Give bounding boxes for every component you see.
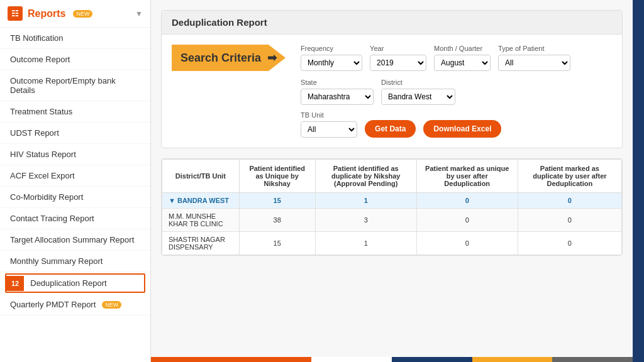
data-table-wrapper: District/TB Unit Patient identified as U… [161, 158, 623, 256]
table-header-row: District/TB Unit Patient identified as U… [162, 160, 622, 193]
search-criteria-arrow: Search Criteria ➡ [172, 45, 286, 71]
deduplication-label: Deduplication Report [24, 275, 113, 292]
top-fields-row: Frequency Monthly Quarterly Yearly Year … [301, 45, 612, 105]
sidebar-item-label: Quarterly PMDT Report [10, 300, 96, 309]
month-quarter-field: Month / Quarter August July June [434, 45, 491, 71]
bottom-bar-yellow [472, 357, 553, 362]
sidebar-item-label: Monthly Summary Report [10, 256, 103, 266]
search-criteria-label: Search Criteria ➡ [172, 45, 286, 71]
sidebar-item-quarterly-pmdt[interactable]: Quarterly PMDT Report NEW [0, 294, 150, 315]
sidebar-item-label: TB Notification [10, 33, 64, 43]
table-body: ▼ BANDRA WEST15100M.M. MUNSHE KHAR TB CL… [162, 193, 622, 255]
frequency-field: Frequency Monthly Quarterly Yearly [301, 45, 362, 71]
sidebar-item-label: Outcome Report [10, 55, 70, 64]
deduplication-badge: 12 [6, 276, 24, 291]
sidebar-item-label: HIV Status Report [10, 150, 76, 159]
col-header-unique: Patient identified as Unique by Nikshay [239, 160, 315, 193]
sidebar-item-target-allocation[interactable]: Target Allocation Summary Report [0, 229, 150, 251]
type-patient-label: Type of Patient [498, 45, 570, 52]
table-row: ▼ BANDRA WEST15100 [162, 193, 622, 209]
col-header-unique-after: Patient marked as unique by user after D… [416, 160, 518, 193]
sidebar-item-label: Outcome Report/Empty bank Details [10, 76, 140, 95]
sidebar-item-label: Contact Tracing Report [10, 214, 94, 223]
frequency-label: Frequency [301, 45, 362, 52]
download-excel-button[interactable]: Download Excel [423, 120, 501, 138]
sidebar-item-outcome-empty[interactable]: Outcome Report/Empty bank Details [0, 70, 150, 101]
sidebar-header: ☷ Reports NEW ▼ [0, 0, 150, 28]
month-quarter-select[interactable]: August July June [434, 55, 491, 71]
search-fields: Frequency Monthly Quarterly Yearly Year … [301, 45, 612, 138]
bottom-bar [151, 357, 633, 362]
district-label: District [381, 79, 455, 86]
district-select[interactable]: Bandra West Andheri [381, 89, 455, 105]
sidebar-item-acf-excel[interactable]: ACF Excel Export [0, 165, 150, 187]
state-select[interactable]: Maharashtra Delhi [301, 89, 374, 105]
col-header-duplicate-after: Patient marked as duplicate by user afte… [518, 160, 621, 193]
frequency-select[interactable]: Monthly Quarterly Yearly [301, 55, 362, 71]
col-header-duplicate: Patient identified as duplicate by Niksh… [315, 160, 416, 193]
month-quarter-label: Month / Quarter [434, 45, 491, 52]
sidebar-item-co-morbidity[interactable]: Co-Morbidity Report [0, 187, 150, 208]
col-header-district: District/TB Unit [162, 160, 240, 193]
report-area: Deduplication Report Search Criteria ➡ F… [151, 0, 633, 357]
new-badge: NEW [73, 10, 92, 18]
bottom-bar-orange [151, 357, 311, 362]
sidebar-item-tb-notification[interactable]: TB Notification [0, 28, 150, 49]
chevron-down-icon[interactable]: ▼ [135, 9, 143, 18]
bottom-bar-gray [552, 357, 633, 362]
reports-icon: ☷ [8, 6, 23, 21]
type-patient-field: Type of Patient All New Retreatment [498, 45, 570, 71]
sidebar-title: Reports [28, 8, 65, 19]
sidebar-item-treatment-status[interactable]: Treatment Status [0, 101, 150, 123]
get-data-button[interactable]: Get Data [365, 120, 416, 138]
report-title: Deduplication Report [162, 11, 622, 35]
sidebar-item-label: Co-Morbidity Report [10, 192, 83, 202]
sidebar: ☷ Reports NEW ▼ TB Notification Outcome … [0, 0, 151, 362]
sidebar-item-label: Target Allocation Summary Report [10, 235, 134, 244]
bottom-fields-row: TB Unit All Unit 1 Get Data Download Exc… [301, 111, 612, 138]
state-field: State Maharashtra Delhi [301, 79, 374, 105]
bottom-bar-blue [392, 357, 472, 362]
sidebar-item-outcome-report[interactable]: Outcome Report [0, 49, 150, 70]
sidebar-item-hiv-status[interactable]: HIV Status Report [0, 144, 150, 165]
state-label: State [301, 79, 374, 86]
tb-unit-select[interactable]: All Unit 1 [301, 121, 357, 138]
district-field: District Bandra West Andheri [381, 79, 455, 105]
sidebar-item-monthly-summary[interactable]: Monthly Summary Report [0, 251, 150, 272]
bottom-bar-white [311, 357, 392, 362]
search-criteria-wrapper: Search Criteria ➡ Frequency Monthly Quar… [162, 35, 622, 148]
report-header: Deduplication Report Search Criteria ➡ F… [161, 10, 623, 148]
table-row: SHASTRI NAGAR DISPENSARY15100 [162, 232, 622, 255]
year-field: Year 2019 2018 2017 [370, 45, 426, 71]
table-row: M.M. MUNSHE KHAR TB CLINIC38300 [162, 209, 622, 232]
data-table: District/TB Unit Patient identified as U… [162, 159, 622, 255]
sidebar-item-label: ACF Excel Export [10, 171, 75, 180]
main-content: Deduplication Report Search Criteria ➡ F… [151, 0, 633, 362]
sidebar-item-udst[interactable]: UDST Report [0, 123, 150, 144]
sidebar-item-contact-tracing[interactable]: Contact Tracing Report [0, 208, 150, 229]
year-select[interactable]: 2019 2018 2017 [370, 55, 426, 71]
type-patient-select[interactable]: All New Retreatment [498, 55, 570, 71]
sidebar-item-label: UDST Report [10, 128, 59, 138]
right-sidebar [633, 0, 644, 362]
sidebar-item-label: Treatment Status [10, 107, 72, 116]
tb-unit-label: TB Unit [301, 111, 357, 119]
tb-unit-field: TB Unit All Unit 1 [301, 111, 357, 138]
sidebar-item-deduplication[interactable]: 12 Deduplication Report [5, 273, 145, 293]
year-label: Year [370, 45, 426, 52]
quarterly-new-badge: NEW [102, 301, 121, 309]
